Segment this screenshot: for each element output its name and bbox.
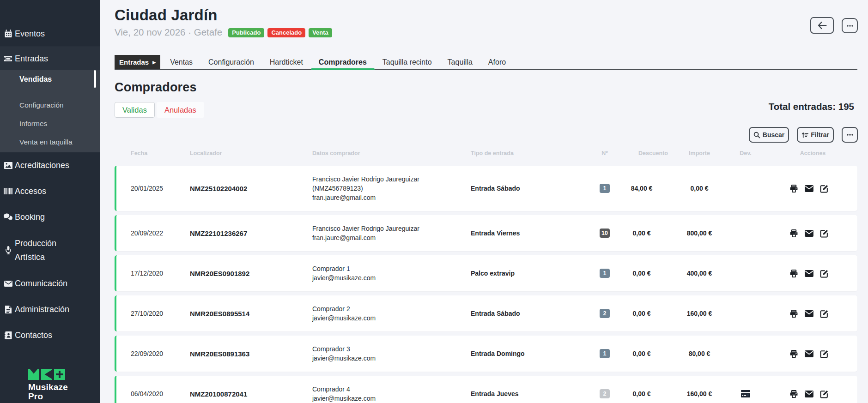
status-badge: Venta	[309, 28, 332, 37]
filter-button[interactable]: Filtrar	[797, 127, 834, 143]
row-amount: 160,00 €	[660, 310, 739, 317]
event-date-location: Vie, 20 nov 2026 · Getafe	[115, 27, 222, 38]
row-amount: 0,00 €	[660, 185, 739, 192]
arrow-left-icon	[817, 21, 827, 30]
table-row[interactable]: 06/04/2020 NMZ20100872041 Comprador 4jav…	[115, 376, 857, 403]
row-buyer-info: Comprador 1javier@musikaze.com	[312, 264, 471, 283]
sidebar-item-comunicacion[interactable]: Comunicación	[0, 271, 100, 296]
search-button[interactable]: Buscar	[749, 127, 789, 143]
sidebar-item-entradas[interactable]: Entradas	[0, 47, 100, 70]
print-button[interactable]	[789, 349, 799, 358]
print-button[interactable]	[789, 184, 799, 193]
sidebar-item-acreditaciones[interactable]: Acreditaciones	[0, 152, 100, 178]
sidebar-group-entradas: Entradas Vendidas Configuración Informes…	[0, 47, 100, 152]
chat-bubbles-icon	[4, 213, 12, 222]
row-discount: 0,00 €	[623, 350, 660, 357]
tab-hardticket[interactable]: Hardticket	[262, 55, 311, 69]
row-dev	[739, 185, 753, 192]
edit-button[interactable]	[820, 349, 829, 358]
email-button[interactable]	[805, 349, 814, 358]
quantity-badge: 2	[600, 389, 610, 398]
submenu-item-vendidas[interactable]: Vendidas	[0, 70, 100, 89]
row-ticket-type: Entrada Sábado	[471, 310, 586, 317]
table-row[interactable]: 17/12/2020 NMR20ES0901892 Comprador 1jav…	[115, 255, 857, 291]
sidebar-item-eventos[interactable]: Eventos	[0, 21, 100, 47]
print-button[interactable]	[789, 269, 799, 278]
print-icon	[789, 269, 798, 278]
tab-bar: Entradas▶ Ventas Configuración Hardticke…	[115, 55, 857, 70]
row-buyer-info: Francisco Javier Rodrigo Jaureguizar(NMZ…	[312, 174, 471, 202]
submenu-scrollbar[interactable]	[94, 70, 96, 88]
row-amount: 160,00 €	[660, 390, 739, 397]
tab-compradores[interactable]: Compradores	[311, 55, 375, 69]
envelope-icon	[805, 350, 813, 357]
col-numero: Nº	[586, 150, 623, 156]
brand-logo: Musikaze Pro	[28, 369, 68, 402]
email-button[interactable]	[805, 309, 814, 318]
sidebar-item-produccion[interactable]: Producción Artística	[0, 230, 100, 271]
row-date: 06/04/2020	[116, 390, 190, 397]
envelope-icon	[805, 270, 813, 277]
submenu-item-venta-taquilla[interactable]: Venta en taquilla	[0, 133, 100, 151]
row-discount: 0,00 €	[623, 229, 660, 237]
sidebar-item-administracion[interactable]: Administración	[0, 296, 100, 322]
sidebar-item-accesos[interactable]: Accesos	[0, 178, 100, 204]
tab-menu-entradas[interactable]: Entradas▶	[115, 55, 160, 69]
edit-button[interactable]	[820, 389, 829, 398]
tab-ventas[interactable]: Ventas	[162, 55, 200, 69]
edit-button[interactable]	[820, 269, 829, 278]
edit-button[interactable]	[820, 184, 829, 193]
sidebar-item-contactos[interactable]: Contactos	[0, 322, 100, 348]
row-buyer-info: Comprador 3javier@musikaze.com	[312, 344, 471, 363]
print-button[interactable]	[789, 229, 799, 238]
row-localizador: NMZ22101236267	[190, 229, 312, 237]
row-date: 22/09/2020	[116, 350, 190, 357]
row-actions	[753, 184, 857, 193]
submenu-item-configuracion[interactable]: Configuración	[0, 96, 100, 114]
print-button[interactable]	[789, 309, 799, 318]
edit-icon	[820, 269, 829, 278]
table-row[interactable]: 20/01/2025 NMZ25102204002 Francisco Javi…	[115, 166, 857, 211]
edit-icon	[820, 309, 829, 318]
status-badges: PublicadoCanceladoVenta	[228, 28, 332, 37]
tab-taquilla-recinto[interactable]: Taquilla recinto	[375, 55, 440, 69]
caret-right-icon: ▶	[152, 60, 156, 65]
row-dev	[739, 310, 753, 317]
tab-aforo[interactable]: Aforo	[480, 55, 514, 69]
quantity-badge: 10	[600, 229, 610, 238]
brand-logo-icon	[28, 369, 68, 380]
table-row[interactable]: 20/09/2022 NMZ22101236267 Francisco Javi…	[115, 215, 857, 251]
submenu-item-informes[interactable]: Informes	[0, 114, 100, 133]
sidebar: Eventos Entradas Vendidas Configuración …	[0, 0, 100, 403]
more-options-button[interactable]	[842, 18, 858, 33]
table-more-button[interactable]	[842, 127, 858, 143]
email-button[interactable]	[805, 269, 814, 278]
ellipsis-icon	[847, 134, 853, 136]
table-row[interactable]: 22/09/2020 NMR20ES0891363 Comprador 3jav…	[115, 336, 857, 372]
row-localizador: NMZ25102204002	[190, 185, 312, 192]
email-button[interactable]	[805, 389, 814, 398]
image-icon	[4, 161, 12, 170]
main-content: Ciudad Jardín Vie, 20 nov 2026 · Getafe …	[100, 0, 868, 403]
row-discount: 84,00 €	[623, 185, 660, 192]
email-button[interactable]	[805, 229, 814, 238]
back-button[interactable]	[810, 17, 834, 34]
tab-taquilla[interactable]: Taquilla	[440, 55, 480, 69]
row-amount: 800,00 €	[660, 229, 739, 237]
print-icon	[789, 390, 798, 398]
status-badge: Cancelado	[267, 28, 305, 37]
row-actions	[753, 269, 857, 278]
ellipsis-icon	[847, 25, 853, 27]
sidebar-item-booking[interactable]: Booking	[0, 204, 100, 230]
microphone-icon	[4, 246, 12, 255]
validas-filter-button[interactable]: Validas	[115, 102, 155, 118]
print-button[interactable]	[789, 389, 799, 398]
anuladas-filter-button[interactable]: Anuladas	[157, 102, 204, 118]
edit-button[interactable]	[820, 309, 829, 318]
page-title: Ciudad Jardín	[115, 6, 857, 24]
email-button[interactable]	[805, 184, 814, 193]
table-row[interactable]: 27/10/2020 NMR20ES0895514 Comprador 2jav…	[115, 295, 857, 331]
tab-configuracion[interactable]: Configuración	[200, 55, 262, 69]
edit-button[interactable]	[820, 229, 829, 238]
row-amount: 400,00 €	[660, 270, 739, 277]
